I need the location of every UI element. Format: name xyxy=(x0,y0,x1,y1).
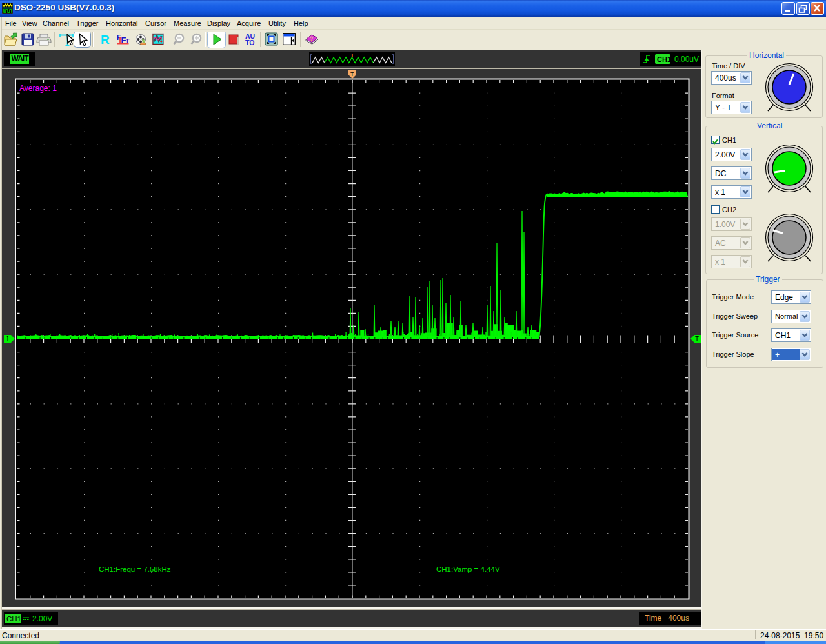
svg-text:T: T xyxy=(695,336,699,343)
svg-text:CH1:Frequ = 7.58kHz: CH1:Frequ = 7.58kHz xyxy=(99,565,171,573)
svg-text:CH1:Vamp = 4.44V: CH1:Vamp = 4.44V xyxy=(436,565,500,573)
svg-text:Average: 1: Average: 1 xyxy=(19,84,57,93)
svg-text:1: 1 xyxy=(6,336,10,343)
svg-text:T: T xyxy=(350,71,354,77)
